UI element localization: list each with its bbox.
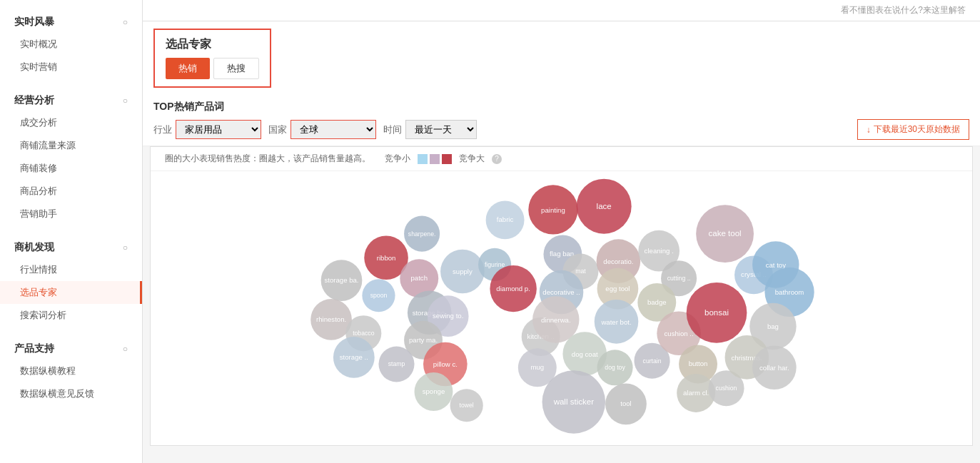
bubble-label: curtain (643, 357, 662, 365)
sidebar-item-decoration[interactable]: 商铺装修 (0, 157, 142, 180)
collapse-icon[interactable]: ○ (123, 17, 128, 27)
bubble-label: storage ba. (324, 276, 358, 284)
bubble-label: patch (411, 274, 428, 282)
bubble-diamond_p.[interactable]: diamond p. (490, 265, 536, 312)
sidebar-item-marketing[interactable]: 营销助手 (0, 203, 142, 225)
sidebar-item-search-analysis[interactable]: 搜索词分析 (0, 304, 142, 327)
bubble-label: party ma. (409, 336, 438, 344)
panel-title: 选品专家 (166, 37, 259, 52)
filter-time: 时间 最近一天 (383, 120, 477, 139)
legend-low-competition (418, 154, 428, 164)
bubble-tool[interactable]: tool (605, 383, 647, 424)
top-bar: 看不懂图表在说什么?来这里解答 (143, 0, 980, 21)
sidebar-item-realtime-overview[interactable]: 实时概况 (0, 33, 142, 56)
help-text[interactable]: 看不懂图表在说什么?来这里解答 (841, 4, 966, 16)
collapse-icon[interactable]: ○ (123, 344, 128, 354)
bubble-label: pillow c. (433, 360, 458, 368)
sidebar-section-label: 实时风暴 (14, 16, 54, 29)
bubble-supply[interactable]: supply (440, 250, 485, 294)
bubble-fabric[interactable]: fabric (486, 200, 525, 239)
bubble-label: storage .. (340, 353, 368, 361)
bubble-label: supply (453, 268, 473, 275)
sidebar-section-support: 产品支持 ○ 数据纵横教程 数据纵横意见反馈 (0, 334, 142, 405)
bubble-label: tobacco (353, 330, 375, 337)
sidebar-item-industry[interactable]: 行业情报 (0, 258, 142, 281)
sidebar-item-feedback[interactable]: 数据纵横意见反馈 (0, 382, 142, 405)
filter-industry: 行业 家居用品 (153, 120, 261, 139)
competition-label-left: 竞争小 (385, 153, 410, 165)
download-button[interactable]: ↓ 下载最近30天原始数据 (857, 119, 969, 140)
bubble-label: diamond p. (496, 285, 530, 292)
bubble-label: bag (767, 322, 779, 330)
filter-country-select[interactable]: 全球 (291, 120, 376, 139)
bubble-label: lace (597, 202, 612, 210)
bubble-label: bathroom (775, 288, 804, 296)
bubble-sharpene.[interactable]: sharpene. (404, 216, 440, 252)
help-icon[interactable]: ? (492, 154, 502, 164)
bubble-towel[interactable]: towel (450, 389, 483, 422)
bubble-label: cat toy (766, 261, 787, 269)
bubble-label: sharpene. (408, 230, 436, 238)
sidebar-section-realtime: 实时风暴 ○ 实时概况 实时营销 (0, 7, 142, 78)
tab-hot-sale[interactable]: 热销 (166, 58, 210, 79)
bubble-water_bot.[interactable]: water bot. (595, 300, 639, 344)
sidebar-item-transaction[interactable]: 成交分析 (0, 111, 142, 134)
sidebar-item-product[interactable]: 商品分析 (0, 180, 142, 203)
sidebar-item-product-expert[interactable]: 选品专家 (0, 281, 142, 304)
size-legend-text: 圈的大小表现销售热度：圈越大，该产品销售量越高。 (165, 153, 370, 165)
bubble-label: sewing to. (433, 312, 463, 320)
sidebar-section-label: 经营分析 (14, 94, 54, 107)
bubble-label: decorative .. (542, 288, 580, 296)
bubble-label: bonsai (704, 308, 729, 317)
bubble-label: tool (620, 400, 631, 407)
download-label: 下载最近30天原始数据 (874, 123, 960, 136)
collapse-icon[interactable]: ○ (123, 96, 128, 106)
sidebar-item-tutorial[interactable]: 数据纵横教程 (0, 360, 142, 382)
bubble-label: wall sticker (553, 397, 595, 406)
legend-colors (418, 154, 452, 164)
bubble-dog_toy[interactable]: dog toy (597, 350, 633, 385)
sidebar-item-realtime-marketing[interactable]: 实时营销 (0, 56, 142, 78)
filter-country: 国家 全球 (268, 120, 376, 139)
bubble-painting[interactable]: painting (528, 185, 577, 234)
bubble-label: ribbon (377, 254, 396, 262)
bubble-label: mat (575, 268, 586, 275)
bubble-label: cushion .. (665, 330, 694, 337)
bubble-label: cutting .. (667, 275, 691, 282)
bubble-collar_har.[interactable]: collar har. (752, 346, 797, 390)
filter-industry-select[interactable]: 家居用品 (176, 120, 261, 139)
bubble-wall_sticker[interactable]: wall sticker (542, 370, 606, 434)
bubble-label: fabric (497, 215, 514, 223)
bubble-storage_ba.[interactable]: storage ba. (321, 260, 363, 301)
bubble-svg: ribbonsharpene.patchsupplystorage ba.spo… (151, 172, 972, 446)
bubble-spoon[interactable]: spoon (362, 279, 395, 312)
bubble-label: water bot. (600, 318, 631, 326)
filter-time-select[interactable]: 最近一天 (405, 120, 477, 139)
bubble-cake_tool[interactable]: cake tool (696, 205, 754, 263)
competition-label-right: 竞争大 (459, 153, 485, 165)
bubble-label: spoon (370, 292, 388, 299)
filter-country-label: 国家 (268, 123, 287, 136)
collapse-icon[interactable]: ○ (123, 243, 128, 253)
bubble-label: cake tool (708, 229, 741, 238)
content-area: 选品专家 热销 热搜 TOP热销产品词 行业 家居用品 国家 (143, 21, 980, 463)
bubble-label: badge (647, 298, 667, 306)
bubble-bonsai[interactable]: bonsai (687, 283, 747, 343)
bubble-storage_..[interactable]: storage .. (333, 337, 375, 378)
sidebar-section-opportunity: 商机发现 ○ 行业情报 选品专家 搜索词分析 (0, 233, 142, 327)
bubble-label: towel (460, 402, 474, 409)
sidebar: 实时风暴 ○ 实时概况 实时营销 经营分析 ○ 成交分析 商铺流量来源 商铺装修… (0, 0, 143, 463)
main-content: 看不懂图表在说什么?来这里解答 选品专家 热销 热搜 TOP热销产品词 行业 家… (143, 0, 980, 463)
download-icon: ↓ (867, 125, 871, 135)
legend-mid-competition (430, 154, 440, 164)
sidebar-item-traffic[interactable]: 商铺流量来源 (0, 134, 142, 157)
bubble-sponge[interactable]: sponge (415, 372, 453, 411)
bubble-label: decoratio. (603, 258, 633, 265)
legend-high-competition (442, 154, 452, 164)
bubble-rhineston.[interactable]: rhineston. (310, 299, 352, 340)
legend-bar: 圈的大小表现销售热度：圈越大，该产品销售量越高。 竞争小 竞争大 ? (151, 147, 972, 171)
bubble-label: dog toy (605, 364, 625, 371)
bubble-lace[interactable]: lace (577, 179, 632, 234)
bubble-stamp[interactable]: stamp (378, 346, 414, 382)
tab-hot-search[interactable]: 热搜 (213, 58, 259, 79)
